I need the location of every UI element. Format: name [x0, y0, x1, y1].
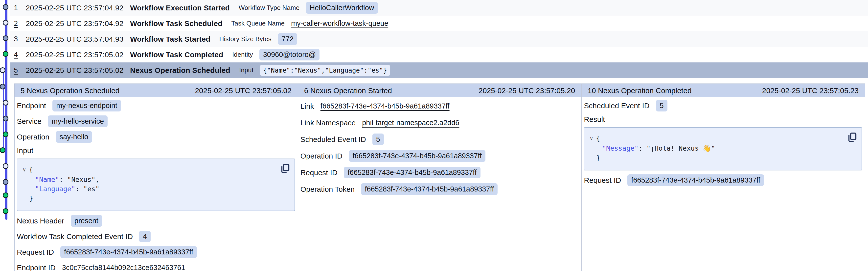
json-viewer-result: ∨{ "Message": "¡Hola! Nexus 👋" } [584, 127, 862, 170]
field-row: Service my-hello-service [17, 113, 295, 129]
event-name: Workflow Task Started [130, 35, 211, 43]
field-label: Operation Token [301, 185, 355, 193]
field-value-badge: 4 [139, 231, 151, 242]
attribute-label: Workflow Type Name [239, 4, 300, 11]
event-number-link[interactable]: 1 [14, 4, 26, 12]
endpoint-id-link[interactable]: 3c0c75ccfa8144b092c13ce632463761 [62, 264, 185, 271]
timeline-node-4[interactable] [3, 51, 8, 57]
attribute-label: Task Queue Name [231, 20, 285, 27]
json-line: "Name": "Nexus", [20, 175, 277, 184]
event-number-link[interactable]: 2 [14, 19, 26, 27]
field-row: Request ID f665283f-743e-4374-b45b-9a61a… [584, 172, 862, 188]
panel-body: Endpoint my-nexus-endpoint Service my-he… [14, 97, 298, 271]
field-label: Scheduled Event ID [584, 102, 649, 110]
field-label: Nexus Header [17, 217, 64, 225]
json-line: "Message": "¡Hola! Nexus 👋" [587, 144, 844, 153]
attribute-value-badge: 30960@totoro@ [259, 49, 320, 60]
timeline-node-8[interactable] [3, 116, 8, 121]
json-viewer-input: ∨{ "Name": "Nexus", "Language": "es" } [17, 159, 295, 211]
field-label: Endpoint ID [17, 264, 56, 271]
copy-icon[interactable] [847, 132, 857, 143]
timeline-node-14[interactable] [3, 208, 8, 214]
timeline-node-12[interactable] [3, 179, 8, 185]
event-row-1[interactable]: 1 2025-02-25 UTC 23:57:04.92 Workflow Ex… [10, 0, 868, 16]
panel-title: 5 Nexus Operation Scheduled [21, 86, 119, 95]
field-row: Endpoint my-nexus-endpoint [17, 98, 295, 113]
field-row: Nexus Header present [17, 213, 295, 228]
json-line: ∨{ [20, 165, 277, 175]
field-label: Operation [17, 133, 50, 141]
input-value-badge: {"Name":"Nexus","Language":"es"} [260, 65, 390, 76]
timeline-node-9[interactable] [3, 132, 8, 137]
field-value-badge: my-nexus-endpoint [53, 100, 121, 111]
timeline-node-2[interactable] [3, 20, 8, 26]
panel-body: Link f665283f-743e-4374-b45b-9a61a89337f… [298, 97, 582, 197]
json-line: "Language": "es" [20, 184, 277, 194]
event-name: Workflow Task Scheduled [130, 19, 223, 28]
field-row: Workflow Task Completed Event ID 4 [17, 228, 295, 244]
event-number-link[interactable]: 4 [14, 51, 26, 59]
link-namespace-link[interactable]: phil-target-namespace2.a2dd6 [362, 119, 459, 127]
input-section-label: Input [17, 145, 295, 157]
link-value-link[interactable]: f665283f-743e-4374-b45b-9a61a89337ff [320, 102, 450, 110]
event-row-3[interactable]: 3 2025-02-25 UTC 23:57:04.93 Workflow Ta… [10, 31, 868, 47]
field-value-badge: 5 [656, 100, 668, 111]
event-row-2[interactable]: 2 2025-02-25 UTC 23:57:04.92 Workflow Ta… [10, 16, 868, 31]
event-row-5-selected[interactable]: 5 2025-02-25 UTC 23:57:05.02 Nexus Opera… [10, 62, 868, 78]
timeline-node-13[interactable] [3, 192, 8, 198]
event-timestamp: 2025-02-25 UTC 23:57:04.93 [26, 35, 130, 43]
timeline-main-line [5, 0, 7, 220]
panel-title: 10 Nexus Operation Completed [588, 86, 691, 95]
panel-header: 5 Nexus Operation Scheduled 2025-02-25 U… [14, 84, 298, 97]
field-row: Scheduled Event ID 5 [584, 98, 862, 113]
panel-nexus-operation-scheduled: 5 Nexus Operation Scheduled 2025-02-25 U… [14, 84, 298, 271]
copy-icon[interactable] [280, 163, 290, 174]
field-row: Link f665283f-743e-4374-b45b-9a61a89337f… [301, 98, 579, 114]
field-value-badge: f665283f-743e-4374-b45b-9a61a89337ff [344, 167, 480, 178]
timeline-node-10[interactable] [0, 147, 5, 153]
timeline-node-6[interactable] [0, 84, 5, 89]
json-line: } [587, 153, 844, 163]
timeline-node-1[interactable] [3, 4, 8, 10]
field-row: Request ID f665283f-743e-4374-b45b-9a61a… [301, 164, 579, 181]
event-detail-panels: 5 Nexus Operation Scheduled 2025-02-25 U… [14, 83, 865, 271]
field-label: Link [301, 102, 314, 110]
field-label: Request ID [584, 176, 621, 185]
workflow-history-view: 1 2025-02-25 UTC 23:57:04.92 Workflow Ex… [0, 0, 868, 271]
field-row: Request ID f665283f-743e-4374-b45b-9a61a… [17, 244, 295, 260]
panel-nexus-operation-completed: 10 Nexus Operation Completed 2025-02-25 … [582, 84, 865, 271]
event-row-4[interactable]: 4 2025-02-25 UTC 23:57:05.02 Workflow Ta… [10, 47, 868, 62]
field-value-badge: f665283f-743e-4374-b45b-9a61a89337ff [361, 183, 498, 195]
task-queue-link[interactable]: my-caller-workflow-task-queue [291, 19, 388, 27]
field-label: Link Namespace [301, 119, 355, 127]
result-section-label: Result [584, 113, 862, 125]
field-label: Service [17, 117, 41, 126]
panel-title: 6 Nexus Operation Started [304, 86, 392, 95]
attribute-label: History Size Bytes [219, 35, 272, 43]
event-number-link[interactable]: 5 [14, 66, 26, 74]
event-number-link[interactable]: 3 [14, 35, 26, 43]
event-history-list: 1 2025-02-25 UTC 23:57:04.92 Workflow Ex… [10, 0, 868, 78]
field-label: Request ID [17, 248, 54, 256]
panel-header: 6 Nexus Operation Started 2025-02-25 UTC… [298, 84, 582, 97]
panel-header: 10 Nexus Operation Completed 2025-02-25 … [582, 84, 865, 97]
collapse-chevron-icon[interactable]: ∨ [590, 134, 593, 143]
timeline-node-5[interactable] [0, 67, 5, 73]
field-row: Operation say-hello [17, 129, 295, 145]
event-timestamp: 2025-02-25 UTC 23:57:04.92 [26, 19, 130, 28]
field-value-badge: present [71, 215, 102, 227]
timeline-node-7[interactable] [3, 100, 8, 106]
field-label: Request ID [301, 168, 338, 177]
collapse-chevron-icon[interactable]: ∨ [23, 165, 26, 174]
field-value-badge: say-hello [56, 131, 92, 143]
field-value-badge: f665283f-743e-4374-b45b-9a61a89337ff [627, 174, 764, 186]
field-value-badge: f665283f-743e-4374-b45b-9a61a89337ff [349, 150, 486, 162]
event-timestamp: 2025-02-25 UTC 23:57:05.02 [26, 66, 130, 75]
panel-timestamp: 2025-02-25 UTC 23:57:05.23 [762, 86, 859, 95]
panel-nexus-operation-started: 6 Nexus Operation Started 2025-02-25 UTC… [298, 84, 582, 271]
timeline-node-3[interactable] [3, 35, 8, 41]
field-value-badge: my-hello-service [48, 115, 107, 127]
timeline-node-11[interactable] [3, 163, 8, 169]
field-label: Operation ID [301, 152, 342, 160]
json-line: } [20, 194, 277, 203]
